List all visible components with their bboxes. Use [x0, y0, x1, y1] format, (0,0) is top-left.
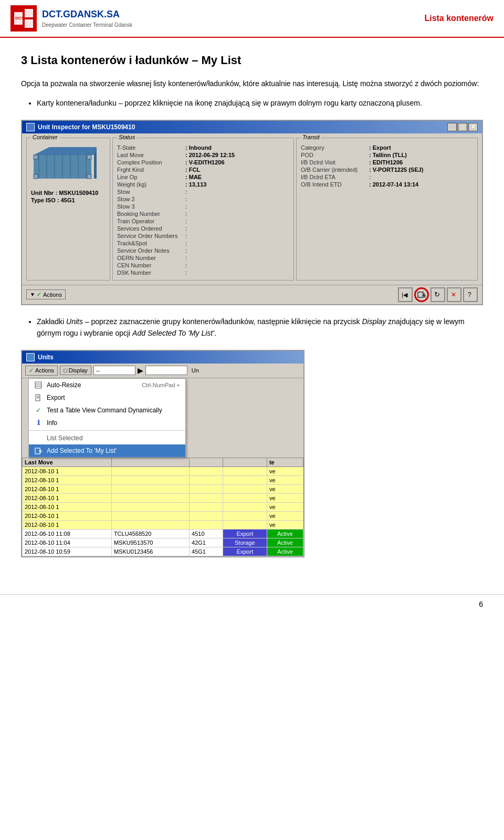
units-separator-dropdown[interactable]: -- — [93, 366, 135, 375]
field-last-move: Last Move : 2012-06-29 12:15 — [117, 152, 289, 158]
units-table: Last Move te 2012-08-10 1 ve 2012-08-10 … — [22, 458, 303, 556]
col-last-move: Last Move — [23, 458, 112, 466]
logo-area: DCT DCT.GDANSK.SA Deepwater Container Te… — [10, 5, 132, 32]
cell-date: 2012-08-10 1 — [23, 493, 112, 502]
window-controls[interactable]: _ □ ✕ — [447, 123, 478, 131]
dropdown-area: Auto-Resize Ctrl-NumPad + Export ✓ Test … — [22, 378, 303, 458]
actions-button[interactable]: ▼ ✓ Actions — [26, 289, 66, 299]
dropdown-divider — [29, 430, 185, 431]
export-label: Export — [47, 394, 65, 401]
dropdown-item-export[interactable]: Export — [29, 391, 185, 404]
cell-date: 2012-08-10 1 — [23, 511, 112, 520]
down-arrow-icon: ▼ — [30, 292, 35, 297]
delete-button[interactable]: ✕ — [447, 287, 461, 302]
dropdown-item-info[interactable]: ℹ Info — [29, 417, 185, 429]
cell-type: 42G1 — [190, 538, 223, 547]
titlebar-left: Unit Inspector for MSKU1509410 — [26, 123, 135, 131]
add-to-list-button[interactable]: + — [414, 287, 429, 302]
cell-date: 2012-08-10 1 — [23, 475, 112, 484]
units-search-input[interactable] — [145, 366, 187, 375]
svg-marker-5 — [34, 147, 97, 155]
units-display-button[interactable]: □ Display — [60, 366, 91, 375]
status-panel: Status T-State : Inbound Last Move : 201… — [112, 138, 294, 281]
check-icon: ✓ — [29, 367, 34, 374]
units-play-button[interactable]: ▶ — [138, 366, 143, 375]
window-title: Unit Inspector for MSKU1509410 — [38, 123, 135, 131]
svg-text:✕: ✕ — [451, 291, 456, 298]
bullet2-italic3: Add Selected To 'My List' — [132, 329, 214, 337]
footer-left: ▼ ✓ Actions — [26, 289, 66, 299]
container-panel-title: Container — [31, 134, 59, 140]
transit-panel-title: Transit — [301, 134, 321, 140]
cell-date: 2012-08-10 11:08 — [23, 529, 112, 538]
table-row: 2012-08-10 10:59 MSKU0123456 45G1 Export… — [23, 547, 303, 556]
cell-date: 2012-08-10 1 — [23, 484, 112, 493]
close-button[interactable]: ✕ — [468, 123, 478, 131]
cell-type: 45G1 — [190, 547, 223, 556]
cell-active: Active — [267, 538, 303, 547]
help-button[interactable]: ? — [463, 287, 478, 302]
dropdown-item-test[interactable]: ✓ Test a Table View Command Dynamically — [29, 404, 185, 417]
field-stow2: Stow 2 : — [117, 196, 289, 202]
cell-status: ve — [267, 466, 303, 475]
container-panel-content: Unit Nbr : MSKU1509410 Type ISO : 45G1 — [31, 144, 106, 203]
cell-date: 2012-08-10 1 — [23, 502, 112, 511]
cell-status: ve — [267, 511, 303, 520]
svg-text:?: ? — [468, 291, 471, 298]
field-complex-position: Complex Position : V-EDITH1206 — [117, 159, 289, 165]
table-row: 2012-08-10 11:04 MSKU9513570 42G1 Storag… — [23, 538, 303, 547]
dropdown-item-auto-resize[interactable]: Auto-Resize Ctrl-NumPad + — [29, 379, 185, 391]
minimize-button[interactable]: _ — [447, 123, 457, 131]
dropdown-item-add-selected[interactable]: Add Selected To 'My List' — [29, 444, 185, 457]
units-window: Units ✓ Actions □ Display -- ▶ Un — [21, 350, 304, 557]
unit-nbr-label: Unit Nbr — [31, 190, 54, 196]
window-body: Container — [22, 133, 482, 285]
window-footer: ▼ ✓ Actions |◀ + ↻ — [22, 285, 482, 304]
test-label: Test a Table View Command Dynamically — [47, 407, 162, 414]
bullet2-pre: Zakładki — [37, 317, 66, 326]
panels-row: Container — [26, 138, 478, 281]
table-row: 2012-08-10 1 ve — [23, 475, 303, 484]
container-illustration — [31, 144, 99, 184]
window-icon — [26, 123, 35, 131]
svg-rect-26 — [35, 382, 41, 388]
col-2 — [111, 458, 189, 466]
units-actions-label: Actions — [35, 367, 54, 374]
table-row: 2012-08-10 1 ve — [23, 511, 303, 520]
actions-label: Actions — [43, 292, 62, 298]
unit-inspector-window: Unit Inspector for MSKU1509410 _ □ ✕ Con… — [21, 120, 483, 305]
units-window-title: Units — [38, 354, 54, 361]
field-stow: Stow : — [117, 189, 289, 195]
field-dsk: DSK Number : — [117, 269, 289, 276]
first-page-button[interactable]: |◀ — [398, 287, 413, 302]
table-row: 2012-08-10 1 ve — [23, 466, 303, 475]
field-t-state: T-State : Inbound — [117, 144, 289, 151]
units-display-label: Display — [69, 367, 88, 374]
table-row: 2012-08-10 1 ve — [23, 484, 303, 493]
bullet2-mid: – poprzez zaznaczenie grupy kontenerów/ł… — [83, 317, 362, 326]
units-toolbar: ✓ Actions □ Display -- ▶ Un — [22, 364, 303, 378]
logo-icon: DCT — [13, 8, 34, 29]
cell-type: 4510 — [190, 529, 223, 538]
list-selected-label: List Selected — [47, 434, 83, 442]
maximize-button[interactable]: □ — [458, 123, 467, 131]
field-frght-kind: Frght Kind : FCL — [117, 167, 289, 173]
cell-date: 2012-08-10 11:04 — [23, 538, 112, 547]
refresh-button[interactable]: ↻ — [430, 287, 445, 302]
table-row: 2012-08-10 1 ve — [23, 502, 303, 511]
field-pod: POD : Tallinn (TLL) — [301, 152, 473, 158]
main-content: 3 Lista kontenerów i ładunków – My List … — [0, 38, 504, 584]
dropdown-item-list-selected[interactable]: List Selected — [29, 432, 185, 444]
col-3 — [190, 458, 223, 466]
svg-text:DCT: DCT — [15, 16, 24, 20]
type-iso-row: Type ISO : 45G1 — [31, 197, 106, 203]
units-actions-button[interactable]: ✓ Actions — [25, 366, 58, 376]
page-number: 6 — [479, 600, 483, 608]
header-title: Lista kontenerów — [424, 14, 494, 23]
footer-right: |◀ + ↻ ✕ ? — [398, 287, 478, 302]
status-fields: T-State : Inbound Last Move : 2012-06-29… — [117, 144, 289, 276]
svg-text:↻: ↻ — [434, 291, 440, 298]
bullet2-final: . — [214, 329, 216, 337]
logo-text: DCT.GDANSK.SA Deepwater Container Termin… — [42, 8, 132, 28]
svg-rect-19 — [418, 292, 423, 297]
